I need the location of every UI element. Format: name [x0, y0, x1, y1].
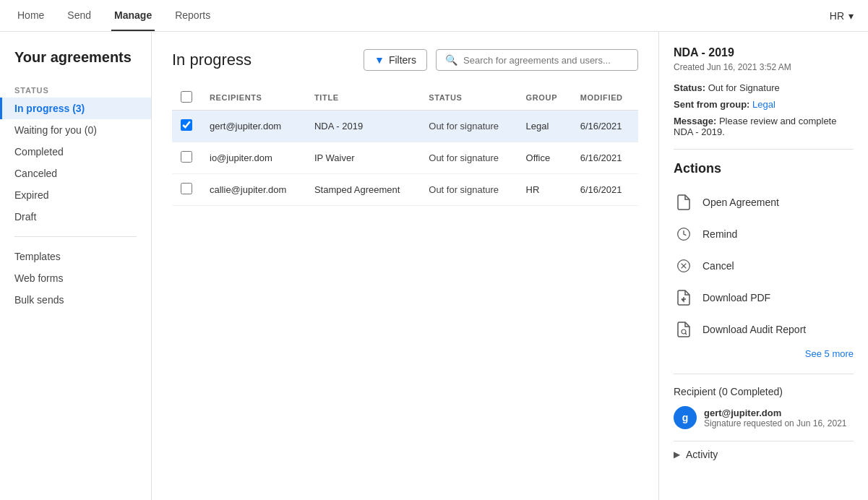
row-status: Out for signature — [420, 174, 517, 206]
sidebar-item-waiting[interactable]: Waiting for you (0) — [0, 119, 151, 141]
filters-button[interactable]: ▼ Filters — [364, 49, 427, 71]
th-group: GROUP — [517, 85, 572, 111]
user-menu[interactable]: HR ▾ — [830, 10, 854, 22]
row-recipient: callie@jupiter.dom — [201, 174, 306, 206]
svg-line-6 — [685, 333, 687, 335]
top-nav: Home Send Manage Reports HR ▾ — [0, 0, 868, 32]
pdf-icon — [674, 288, 694, 308]
row-title: Stamped Agreement — [306, 174, 420, 206]
right-panel: NDA - 2019 Created Jun 16, 2021 3:52 AM … — [658, 32, 868, 500]
content-header: In progress ▼ Filters 🔍 — [172, 49, 638, 71]
avatar: g — [674, 406, 697, 429]
sidebar-item-templates[interactable]: Templates — [0, 246, 151, 267]
row-status: Out for signature — [420, 142, 517, 174]
row-checkbox-cell — [172, 174, 201, 206]
header-actions: ▼ Filters 🔍 — [364, 49, 638, 71]
panel-status-label: Status: — [674, 82, 705, 93]
row-checkbox[interactable] — [181, 119, 192, 131]
sidebar-item-web-forms[interactable]: Web forms — [0, 267, 151, 289]
row-group: Legal — [517, 111, 572, 142]
activity-chevron-icon: ▶ — [674, 449, 680, 460]
sidebar-title: Your agreements — [0, 49, 151, 80]
panel-message-label: Message: — [674, 116, 716, 126]
activity-label: Activity — [686, 449, 718, 460]
action-download-audit[interactable]: Download Audit Report — [674, 314, 854, 345]
th-title: TITLE — [306, 85, 420, 111]
content-title: In progress — [172, 51, 252, 69]
sidebar-item-expired[interactable]: Expired — [0, 184, 151, 206]
th-checkbox — [172, 85, 201, 111]
row-title: NDA - 2019 — [306, 111, 420, 142]
nav-send[interactable]: Send — [64, 0, 94, 31]
th-modified: MODIFIED — [572, 85, 638, 111]
row-modified: 6/16/2021 — [572, 174, 638, 206]
panel-message-field: Message: Please review and complete NDA … — [674, 116, 854, 137]
table-row[interactable]: callie@jupiter.dom Stamped Agreement Out… — [172, 174, 638, 206]
row-modified: 6/16/2021 — [572, 111, 638, 142]
action-cancel-label: Cancel — [702, 260, 734, 272]
action-open-agreement[interactable]: Open Agreement — [674, 186, 854, 218]
th-recipients: RECIPIENTS — [201, 85, 306, 111]
panel-doc-title: NDA - 2019 — [674, 46, 854, 59]
action-cancel[interactable]: Cancel — [674, 250, 854, 282]
recipient-item: g gert@jupiter.dom Signature requested o… — [674, 406, 854, 429]
row-group: Office — [517, 142, 572, 174]
panel-group-value-text: Legal — [752, 99, 775, 110]
recipient-name: gert@jupiter.dom — [704, 408, 846, 418]
doc-icon — [674, 192, 694, 212]
nav-reports[interactable]: Reports — [172, 0, 213, 31]
recipient-section: Recipient (0 Completed) g gert@jupiter.d… — [674, 386, 854, 429]
sidebar-item-bulk-sends[interactable]: Bulk sends — [0, 289, 151, 311]
recipient-header: Recipient (0 Completed) — [674, 386, 854, 397]
cancel-icon — [674, 256, 694, 276]
agreements-table: RECIPIENTS TITLE STATUS GROUP MODIFIED g… — [172, 85, 638, 206]
panel-divider-2 — [674, 374, 854, 374]
search-input[interactable] — [463, 55, 629, 66]
recipient-info: gert@jupiter.dom Signature requested on … — [704, 408, 846, 428]
action-remind[interactable]: Remind — [674, 218, 854, 250]
action-download-pdf-label: Download PDF — [702, 292, 770, 303]
select-all-checkbox[interactable] — [181, 91, 192, 103]
row-recipient: gert@jupiter.dom — [201, 111, 306, 142]
see-more-link[interactable]: See 5 more — [674, 345, 854, 362]
row-title: IP Waiver — [306, 142, 420, 174]
actions-title: Actions — [674, 161, 854, 176]
row-checkbox[interactable] — [181, 151, 192, 163]
row-checkbox-cell — [172, 142, 201, 174]
row-checkbox[interactable] — [181, 183, 192, 194]
filter-label: Filters — [389, 54, 416, 66]
center-content: In progress ▼ Filters 🔍 RECIPIENTS — [152, 32, 658, 500]
table-row[interactable]: gert@jupiter.dom NDA - 2019 Out for sign… — [172, 111, 638, 142]
sidebar-item-draft[interactable]: Draft — [0, 206, 151, 228]
row-group: HR — [517, 174, 572, 206]
panel-divider-1 — [674, 149, 854, 150]
panel-created: Created Jun 16, 2021 3:52 AM — [674, 62, 854, 72]
filter-icon: ▼ — [374, 54, 384, 66]
row-recipient: io@jupiter.dom — [201, 142, 306, 174]
sidebar-item-canceled[interactable]: Canceled — [0, 163, 151, 184]
row-status: Out for signature — [420, 111, 517, 142]
sidebar-item-completed[interactable]: Completed — [0, 141, 151, 163]
panel-group-label: Sent from group: — [674, 99, 749, 110]
nav-home[interactable]: Home — [14, 0, 47, 31]
sidebar: Your agreements STATUS In progress (3) W… — [0, 32, 152, 500]
action-remind-label: Remind — [702, 228, 737, 240]
main-layout: Your agreements STATUS In progress (3) W… — [0, 32, 868, 500]
activity-section: ▶ Activity — [674, 441, 854, 467]
panel-status-field: Status: Out for Signature — [674, 82, 854, 93]
search-icon: 🔍 — [445, 54, 457, 66]
panel-status-value-text: Out for Signature — [708, 82, 780, 93]
table-row[interactable]: io@jupiter.dom IP Waiver Out for signatu… — [172, 142, 638, 174]
nav-manage[interactable]: Manage — [111, 0, 155, 31]
action-download-pdf[interactable]: Download PDF — [674, 282, 854, 314]
user-label: HR — [830, 10, 844, 22]
panel-group-field: Sent from group: Legal — [674, 99, 854, 110]
sidebar-item-in-progress[interactable]: In progress (3) — [0, 98, 151, 119]
search-box: 🔍 — [436, 49, 638, 71]
th-status: STATUS — [420, 85, 517, 111]
sidebar-divider — [14, 236, 137, 237]
activity-header[interactable]: ▶ Activity — [674, 441, 854, 467]
row-checkbox-cell — [172, 111, 201, 142]
user-chevron-icon: ▾ — [848, 10, 854, 22]
sidebar-status-label: STATUS — [0, 80, 151, 98]
